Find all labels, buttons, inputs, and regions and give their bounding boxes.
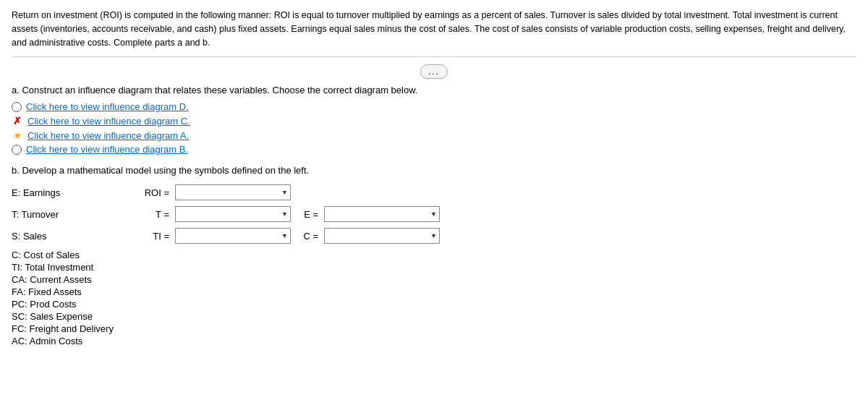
symbol-FA: FA: Fixed Assets <box>12 286 440 297</box>
radio-x-C[interactable]: ✗ <box>12 115 23 127</box>
c-select2[interactable] <box>324 228 440 244</box>
label-turnover: T: Turnover <box>12 209 124 220</box>
option-B-link[interactable]: Click here to view influence diagram B. <box>26 144 188 155</box>
radio-options-group: Click here to view influence diagram D. … <box>12 101 856 155</box>
section-b-label: b. Develop a mathematical model using th… <box>12 165 856 176</box>
symbols-list: C: Cost of Sales TI: Total Investment CA… <box>12 250 440 346</box>
roi-select[interactable] <box>175 184 291 200</box>
symbol-SC: SC: Sales Expense <box>12 311 440 322</box>
intro-text: Return on investment (ROI) is computed i… <box>12 9 856 57</box>
symbol-FC: FC: Freight and Delivery <box>12 323 440 334</box>
symbol-CA: CA: Current Assets <box>12 274 440 285</box>
radio-circle-D[interactable] <box>12 102 22 112</box>
symbol-C: C: Cost of Sales <box>12 250 440 260</box>
symbol-PC: PC: Prod Costs <box>12 299 440 310</box>
option-C-link[interactable]: Click here to view influence diagram C. <box>27 116 190 127</box>
radio-circle-B[interactable] <box>12 145 22 155</box>
section-a-label: a. Construct an influence diagram that r… <box>12 85 856 95</box>
roi-eq-label: ROI = <box>129 187 169 198</box>
radio-option-A[interactable]: ★ Click here to view influence diagram A… <box>12 129 856 141</box>
radio-option-C[interactable]: ✗ Click here to view influence diagram C… <box>12 115 856 127</box>
option-D-link[interactable]: Click here to view influence diagram D. <box>26 101 189 112</box>
radio-option-B[interactable]: Click here to view influence diagram B. <box>12 144 856 155</box>
ti-select1[interactable] <box>175 228 291 244</box>
c-eq-label: C = <box>297 231 318 242</box>
ti-eq-label: TI = <box>129 231 169 242</box>
more-button[interactable]: ... <box>420 64 448 79</box>
e-eq-label: E = <box>297 209 318 220</box>
e-select2[interactable] <box>324 206 440 222</box>
label-sales: S: Sales <box>12 231 124 242</box>
symbol-AC: AC: Admin Costs <box>12 336 440 346</box>
radio-star-A[interactable]: ★ <box>12 129 23 141</box>
symbol-TI: TI: Total Investment <box>12 262 440 273</box>
t-eq-label: T = <box>129 209 169 220</box>
label-earnings: E: Earnings <box>12 187 124 198</box>
t-select1[interactable] <box>175 206 291 222</box>
radio-option-D[interactable]: Click here to view influence diagram D. <box>12 101 856 112</box>
option-A-link[interactable]: Click here to view influence diagram A. <box>27 130 189 141</box>
